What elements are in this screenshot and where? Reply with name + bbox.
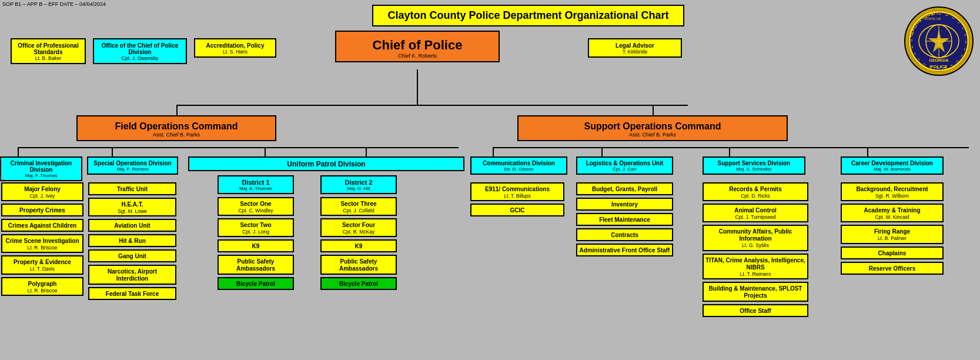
support-horiz-line — [493, 147, 969, 148]
list-item: Sector ThreeCpt. J. Cofield — [320, 197, 397, 216]
main-title: Clayton County Police Department Organiz… — [372, 5, 684, 26]
list-item: Hit & Run — [88, 234, 176, 247]
list-item: Bicycle Patrol — [218, 277, 294, 290]
list-item: Traffic Unit — [88, 182, 176, 195]
office-prof-sub: Lt. B. Baker — [14, 55, 83, 61]
list-item: PolygraphLt. R. Briscoe — [1, 277, 83, 296]
logistics-div-title: Logistics & Operations Unit — [578, 160, 671, 166]
list-item: Public Safety Ambassadors — [320, 255, 397, 275]
crim-div-title: Criminal Investigation Division — [2, 160, 80, 173]
logistics-div-sub: Cpt. J. Carr — [578, 166, 671, 172]
support-cmd-title: Support Operations Command — [521, 121, 784, 132]
uniform-div-title: Uniform Patrol Division — [190, 160, 462, 168]
list-item: Background, RecruitmentSgt. R. Wilborn — [841, 182, 944, 201]
svg-text:GEORGIA: GEORGIA — [929, 58, 948, 62]
list-item: Contracts — [576, 228, 673, 241]
list-item: Firing RangeLt. B. Palmer — [841, 225, 944, 244]
list-item: Animal ControlCpt. J. Turnipseed — [703, 204, 808, 222]
logistics-col: Budget, Grants, PayrollInventoryFleet Ma… — [576, 182, 673, 256]
list-item: Narcotics, Airport Interdiction — [88, 265, 176, 285]
field-cmd-sub: Asst. Chief B. Parks — [81, 132, 272, 138]
page: SOP B1 – APP B – EFF DATE – 04/04/2024 C… — [0, 0, 980, 360]
field-cmd-box: Field Operations Command Asst. Chief B. … — [76, 115, 276, 141]
support-cmd-sub: Asst. Chief B. Parks — [521, 132, 784, 138]
list-item: Administrative Front Office Staff — [576, 244, 673, 256]
special-ops-div-title: Special Operations Division — [89, 160, 176, 166]
list-item: Major FelonyCpt. J. Ivey — [1, 182, 83, 201]
district1-title: District 1 — [220, 179, 292, 186]
list-item: GCIC — [470, 204, 564, 216]
list-item: Property Crimes — [1, 204, 83, 216]
list-item: Public Safety Ambassadors — [218, 255, 294, 275]
office-chief-title: Office of the Chief of Police Division — [96, 42, 184, 55]
district2-title: District 2 — [323, 179, 394, 186]
special-ops-col: Traffic UnitH.E.A.T.Sgt. M. LoweAviation… — [88, 182, 176, 300]
list-item: Fleet Maintenance — [576, 213, 673, 226]
svg-text:POLICE: POLICE — [930, 64, 948, 69]
sop-label: SOP B1 – APP B – EFF DATE – 04/04/2024 — [2, 1, 106, 7]
list-item: Crime Scene InvestigationLt. R. Briscoe — [1, 234, 83, 253]
special-ops-div-box: Special Operations Division Maj. F. Rome… — [87, 156, 178, 175]
support-svc-div-title: Support Services Division — [705, 160, 803, 166]
accreditation-title: Accreditation, Policy — [197, 42, 273, 49]
comms-div-box: Communications Division Dir. D. Gibson — [470, 156, 567, 175]
list-item: H.E.A.T.Sgt. M. Lowe — [88, 198, 176, 216]
list-item: Crimes Against Children — [1, 219, 83, 232]
list-item: Sector TwoCpt. J. Long — [218, 218, 294, 237]
career-col: Background, RecruitmentSgt. R. WilbornAc… — [841, 182, 944, 275]
legal-sub: T. Kirkbride — [591, 49, 679, 55]
field-cmd-title: Field Operations Command — [81, 121, 272, 132]
field-down-line — [176, 105, 178, 116]
chief-down-line — [417, 69, 418, 105]
legal-box: Legal Advisor T. Kirkbride — [588, 38, 682, 58]
crim-div-sub: Maj. F. Thomas — [2, 173, 80, 178]
chief-sub: Chief K. Roberts — [339, 53, 496, 59]
career-div-sub: Maj. W. Ibarrondo — [843, 166, 941, 172]
list-item: Budget, Grants, Payroll — [576, 182, 673, 195]
district2-sub: Maj. G. Hill — [323, 186, 394, 191]
list-item: Records & PermitsCpt. D. Ricks — [703, 182, 808, 201]
office-chief-sub: Cpt. J. Owensby — [96, 55, 184, 61]
list-item: Reserve Officers — [841, 262, 944, 275]
district2-div-box: District 2 Maj. G. Hill — [320, 175, 397, 194]
list-item: Aviation Unit — [88, 219, 176, 232]
special-ops-div-sub: Maj. F. Romero — [89, 166, 176, 172]
comms-col: E911/ CommunicationsLt. T. BillupsGCIC — [470, 182, 564, 216]
support-svc-div-box: Support Services Division Maj. S. Schind… — [703, 156, 805, 175]
logo: CLAYTON COUNTY STATE OF GEORGIA POLICE — [904, 6, 974, 76]
list-item: Property & EvidenceLt. T. Davis — [1, 255, 83, 274]
career-div-title: Career Development Division — [843, 160, 941, 166]
list-item: K9 — [218, 239, 294, 252]
list-item: Gang Unit — [88, 249, 176, 262]
main-title-container: Clayton County Police Department Organiz… — [194, 5, 862, 26]
district1-div-box: District 1 Maj. A. Thuman — [218, 175, 294, 194]
logistics-div-box: Logistics & Operations Unit Cpt. J. Carr — [576, 156, 673, 175]
list-item: TITAN, Crime Analysis, Intelligence, NIB… — [703, 254, 808, 279]
chief-title: Chief of Police — [339, 38, 496, 53]
career-div-box: Career Development Division Maj. W. Ibar… — [841, 156, 944, 175]
office-prof-title: Office of Professional Standards — [14, 42, 83, 55]
criminal-col: Major FelonyCpt. J. IveyProperty CrimesC… — [1, 182, 83, 296]
list-item: Sector OneCpt. C. Windley — [218, 197, 294, 216]
legal-title: Legal Advisor — [591, 42, 679, 49]
office-prof-box: Office of Professional Standards Lt. B. … — [11, 38, 86, 64]
comms-div-title: Communications Division — [473, 160, 565, 166]
list-item: Chaplains — [841, 246, 944, 259]
list-item: Inventory — [576, 198, 673, 211]
support-down-line — [653, 105, 654, 116]
accreditation-box: Accreditation, Policy Lt. S. Hiers — [194, 38, 276, 58]
office-chief-box: Office of the Chief of Police Division C… — [93, 38, 187, 64]
list-item: E911/ CommunicationsLt. T. Billups — [470, 182, 564, 201]
district1-sub: Maj. A. Thuman — [220, 186, 292, 191]
district1-col: Sector OneCpt. C. WindleySector TwoCpt. … — [218, 197, 294, 290]
district2-col: Sector ThreeCpt. J. CofieldSector FourCp… — [320, 197, 397, 290]
crim-div-box: Criminal Investigation Division Maj. F. … — [0, 156, 82, 181]
list-item: Building & Maintenance, SPLOST Projects — [703, 282, 808, 302]
uniform-div-box: Uniform Patrol Division — [188, 156, 464, 171]
chief-box: Chief of Police Chief K. Roberts — [335, 31, 500, 62]
list-item: Bicycle Patrol — [320, 277, 397, 290]
support-cmd-box: Support Operations Command Asst. Chief B… — [517, 115, 788, 141]
list-item: Academy & TrainingCpt. W. Kincaid — [841, 204, 944, 222]
list-item: Federal Task Force — [88, 287, 176, 300]
list-item: K9 — [320, 239, 397, 252]
